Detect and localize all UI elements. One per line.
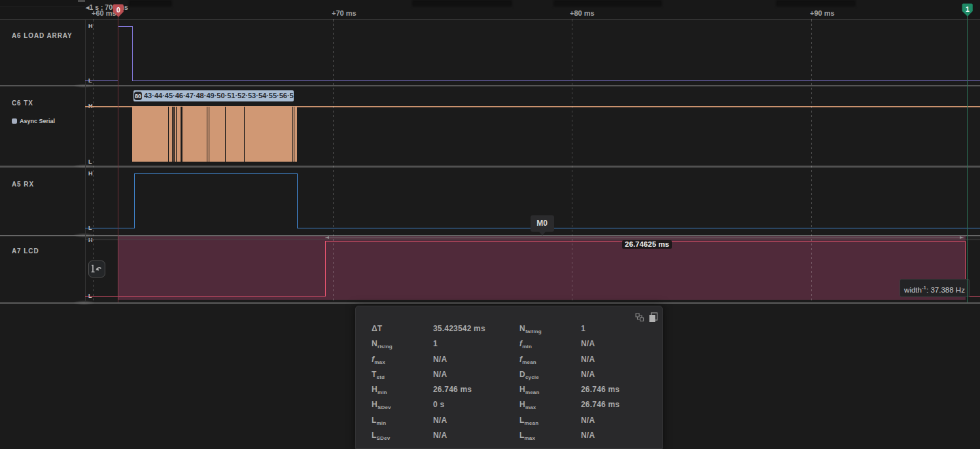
svg-text:1: 1 (966, 5, 970, 13)
svg-text:0: 0 (116, 6, 120, 14)
